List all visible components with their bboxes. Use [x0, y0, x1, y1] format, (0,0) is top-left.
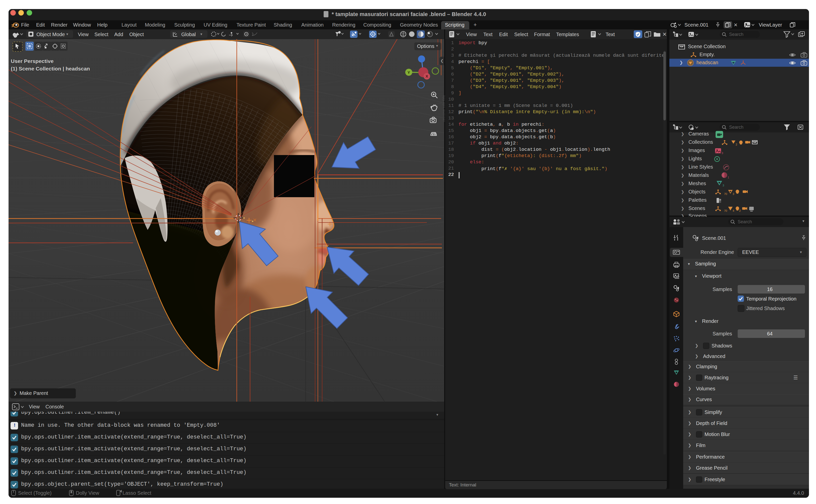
svg-text:3: 3: [723, 184, 724, 187]
svg-text:1: 1: [728, 176, 729, 179]
svg-text:Dolly View: Dolly View: [76, 490, 99, 496]
svg-text:70: 70: [724, 192, 727, 195]
svg-text:3: 3: [722, 152, 723, 155]
svg-text:Y: Y: [407, 70, 410, 75]
svg-text:2: 2: [736, 143, 737, 146]
svg-text:3: 3: [733, 192, 734, 195]
svg-text:4: 4: [733, 209, 734, 212]
svg-text:Lasso Select: Lasso Select: [122, 490, 151, 496]
svg-text:X: X: [426, 74, 428, 78]
svg-text:2: 2: [739, 209, 741, 212]
svg-text:Select (Toggle): Select (Toggle): [18, 490, 51, 496]
svg-text:70: 70: [724, 209, 727, 212]
